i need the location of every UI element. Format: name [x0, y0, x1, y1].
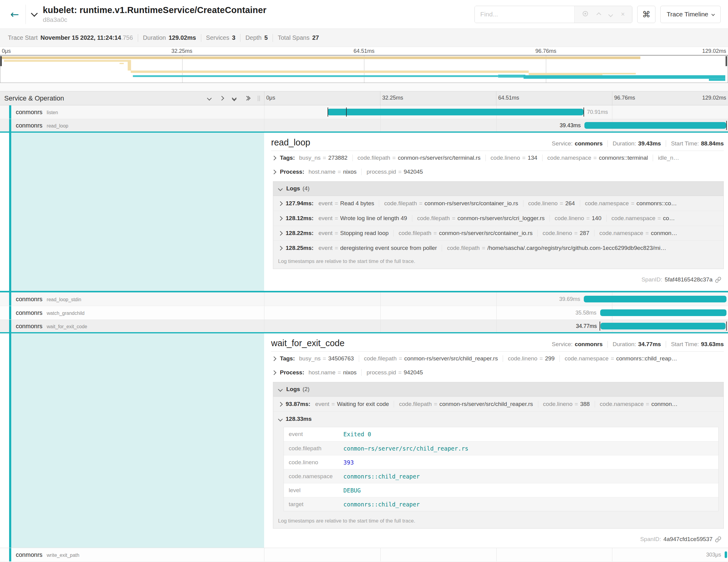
find-input[interactable] — [475, 6, 574, 23]
log-timestamp: 127.94ms: — [286, 200, 314, 207]
kv-chip[interactable]: code.filepath=conmon-rs/server/src/child… — [394, 401, 538, 407]
keyboard-shortcuts-button[interactable]: ⌘ — [637, 6, 655, 23]
kv-chip[interactable]: code.lineno=264 — [523, 200, 580, 207]
span-duration-bar[interactable] — [328, 109, 583, 115]
kv-key: code.namespace — [600, 401, 644, 407]
kv-chip[interactable]: event=Wrote log line of length 49 — [315, 215, 412, 222]
kv-chip[interactable]: code.filepath=conmon-rs/server/src/termi… — [352, 155, 485, 161]
kv-equals: = — [575, 401, 578, 407]
kv-chip[interactable]: code.lineno=287 — [537, 230, 594, 237]
log-entry[interactable]: 128.25ms:event=deregistering event sourc… — [273, 240, 723, 255]
link-icon[interactable] — [715, 536, 721, 543]
logs-header[interactable]: Logs(2) — [273, 382, 723, 397]
kv-chip[interactable]: code.filepath=conmon-rs/server/src/conta… — [379, 200, 523, 207]
log-field-row: levelDEBUG — [284, 483, 718, 497]
log-entry-expanded-header[interactable]: 128.33ms — [273, 411, 723, 426]
span-timeline-cell[interactable]: 39.43ms — [264, 119, 728, 131]
span-duration-bar[interactable] — [600, 309, 727, 316]
span-row-listen[interactable]: conmonrslisten70.91ms — [0, 105, 728, 119]
kv-chip[interactable]: event=deregistering event source from po… — [315, 245, 442, 251]
logs-footnote: Log timestamps are relative to the start… — [273, 255, 723, 269]
trace-minimap[interactable] — [0, 55, 728, 83]
kv-chip[interactable]: code.filepath=conmon-rs/server/src/cri_l… — [412, 215, 549, 222]
kv-chip[interactable]: event=Stopping read loop — [315, 230, 393, 237]
span-timeline-cell[interactable]: 303μs — [264, 548, 728, 561]
process-row[interactable]: Process:host.name=nixosprocess.pid=94204… — [271, 366, 724, 380]
expand-all-icon[interactable] — [245, 97, 250, 100]
kv-chip[interactable]: code.lineno=388 — [538, 401, 595, 407]
column-resize-handle[interactable] — [258, 96, 260, 101]
span-timeline-cell[interactable]: 35.58ms — [264, 306, 728, 319]
collapse-one-icon[interactable] — [207, 96, 212, 101]
span-row-wait_for_exit_code[interactable]: conmonrswait_for_exit_code34.77ms — [0, 320, 728, 333]
span-row-watch_grandchild[interactable]: conmonrswatch_grandchild35.58ms — [0, 306, 728, 320]
kv-chip[interactable]: process.pid=942045 — [361, 369, 428, 376]
find-next-icon[interactable] — [609, 11, 612, 18]
detail-meta: Service:conmonrsDuration:34.77msStart Ti… — [552, 341, 724, 348]
log-entry[interactable]: 128.12ms:event=Wrote log line of length … — [273, 211, 723, 226]
span-duration-bar[interactable] — [600, 323, 726, 329]
back-icon[interactable]: ← — [7, 8, 22, 20]
log-entry[interactable]: 127.94ms:event=Read 4 bytescode.filepath… — [273, 196, 723, 211]
log-entry[interactable]: 93.87ms:event=Waiting for exit codecode.… — [273, 397, 723, 411]
log-entry[interactable]: 128.22ms:event=Stopping read loopcode.fi… — [273, 226, 723, 240]
span-row-read_loop[interactable]: conmonrsread_loop39.43ms — [0, 119, 728, 133]
span-duration-bar[interactable] — [584, 296, 726, 302]
page-title: kubelet: runtime.v1.RuntimeService/Creat… — [43, 5, 267, 15]
span-duration-bar[interactable] — [584, 122, 726, 129]
log-field-key: level — [284, 487, 343, 494]
chevron-right-icon — [272, 356, 277, 361]
expand-one-icon[interactable] — [219, 96, 224, 101]
kv-chip[interactable]: code.namespace=conmonrs::terminal — [542, 155, 653, 161]
span-timeline-cell[interactable]: 39.69ms — [264, 292, 728, 306]
timeline-gridline — [380, 292, 381, 306]
span-row-write_exit_path[interactable]: conmonrswrite_exit_path303μs — [0, 548, 728, 562]
span-log-tick — [583, 107, 584, 117]
kv-chip[interactable]: code.namespace=conmonrs::co… — [580, 200, 682, 207]
collapse-header-icon[interactable] — [31, 10, 38, 17]
kv-chip[interactable]: code.lineno=140 — [549, 215, 606, 222]
view-selector-button[interactable]: Trace Timeline — [660, 6, 721, 23]
kv-chip[interactable]: code.namespace=conmon… — [595, 401, 682, 407]
find-prev-icon[interactable] — [597, 11, 600, 18]
kv-chip[interactable]: code.namespace=co… — [606, 215, 680, 222]
kv-chip[interactable]: busy_ns=34506763 — [296, 355, 359, 362]
span-timeline-cell[interactable]: 34.77ms — [264, 320, 728, 332]
chevron-right-icon — [278, 201, 283, 206]
scope-icon[interactable] — [582, 10, 589, 18]
log-fields: event=Read 4 bytescode.filepath=conmon-r… — [315, 200, 682, 207]
kv-chip[interactable]: code.filepath=conmon-rs/server/src/child… — [359, 355, 503, 362]
kv-chip[interactable]: code.filepath=/home/sascha/.cargo/regist… — [442, 245, 671, 251]
detail-meta-value: 34.77ms — [638, 341, 661, 348]
span-timeline-cell[interactable]: 70.91ms — [264, 105, 728, 119]
tags-row[interactable]: Tags:busy_ns=34506763code.filepath=conmo… — [271, 352, 724, 366]
process-row[interactable]: Process:host.name=nixosprocess.pid=94204… — [271, 165, 724, 179]
kv-value: conmonrs::co… — [637, 200, 677, 206]
kv-chip[interactable]: host.name=nixos — [305, 369, 361, 376]
collapse-all-icon[interactable] — [233, 96, 236, 100]
kv-key: code.lineno — [543, 230, 572, 236]
logs-header[interactable]: Logs(4) — [273, 182, 723, 196]
link-icon[interactable] — [715, 277, 721, 283]
kv-chip[interactable]: event=Waiting for exit code — [312, 401, 394, 407]
span-duration-bar[interactable] — [725, 551, 727, 558]
tags-row[interactable]: Tags:busy_ns=273882code.filepath=conmon-… — [271, 151, 724, 165]
kv-chip[interactable]: busy_ns=273882 — [296, 155, 352, 161]
kv-chip[interactable]: code.lineno=299 — [503, 355, 560, 362]
kv-chip[interactable]: code.lineno=134 — [485, 155, 542, 161]
span-duration-label: 39.43ms — [560, 122, 581, 128]
kv-chip[interactable]: code.namespace=conmonrs::child_reap… — [560, 355, 682, 362]
kv-chip[interactable]: code.filepath=conmon-rs/server/src/conta… — [393, 230, 537, 237]
chevron-down-icon — [278, 387, 283, 392]
summary-label: Services — [206, 34, 230, 41]
find-clear-icon[interactable]: × — [621, 11, 625, 18]
kv-equals: = — [323, 155, 326, 161]
kv-chip[interactable]: event=Read 4 bytes — [315, 200, 379, 207]
logs-label: Logs — [286, 185, 300, 192]
kv-chip[interactable]: idle_n… — [653, 155, 684, 161]
span-row-read_loop_stdin[interactable]: conmonrsread_loop_stdin39.69ms — [0, 292, 728, 306]
summary-value: 5 — [264, 34, 268, 41]
kv-chip[interactable]: host.name=nixos — [305, 169, 361, 175]
kv-chip[interactable]: process.pid=942045 — [361, 169, 428, 175]
kv-chip[interactable]: code.namespace=conmon… — [594, 230, 682, 237]
